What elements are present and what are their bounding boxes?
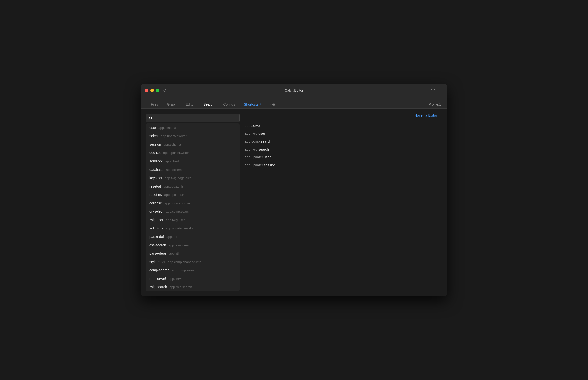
list-item[interactable]: select app.updater.writer: [146, 132, 240, 140]
namespace-results: app.server app.twig.user app.comp.search…: [245, 122, 437, 168]
list-item[interactable]: doc-set app.updater.writer: [146, 149, 240, 157]
suggestion-ns: app.util: [169, 252, 179, 255]
traffic-lights: [145, 89, 159, 92]
suggestion-fn: parse-deps: [149, 251, 167, 255]
list-item[interactable]: app.server: [245, 122, 437, 129]
shield-icon[interactable]: 🛡: [431, 88, 435, 93]
suggestion-ns: app.updater.session: [166, 227, 194, 230]
suggestion-fn: style-reset: [149, 260, 165, 264]
suggestion-ns: app.schema: [163, 143, 181, 146]
suggestion-fn: select: [149, 134, 158, 138]
tab-files[interactable]: Files: [147, 100, 162, 108]
reload-button[interactable]: ↺: [163, 88, 166, 93]
suggestion-ns: app.schema: [158, 126, 176, 130]
suggestion-ns: app.updater.ir: [164, 193, 184, 197]
tab-configs[interactable]: Configs: [219, 100, 239, 108]
right-header: Hovenia Editor: [245, 114, 437, 117]
list-item[interactable]: app.updater.user: [245, 154, 437, 160]
suggestion-ns: app.updater.writer: [164, 201, 190, 205]
suggestion-ns: app.comp.changed-info: [168, 260, 201, 264]
suggestion-fn: twig-user: [149, 218, 163, 222]
list-item[interactable]: collapse app.updater.writer: [146, 199, 240, 207]
close-button[interactable]: [145, 89, 148, 92]
suggestion-fn: css-search: [149, 243, 166, 247]
search-input[interactable]: [149, 116, 236, 120]
suggestion-fn: keys-set: [149, 176, 162, 180]
suggestion-fn: comp-search: [149, 268, 169, 272]
list-item[interactable]: select-ns app.updater.session: [146, 224, 240, 232]
suggestion-fn: select-ns: [149, 226, 163, 230]
menu-icon[interactable]: ⋮: [439, 88, 443, 93]
list-item[interactable]: twig-user app.twig.user: [146, 216, 240, 224]
suggestion-fn: send-op!: [149, 159, 163, 163]
hovenia-editor-link[interactable]: Hovenia Editor: [414, 114, 437, 117]
list-item[interactable]: on-select app.comp.search: [146, 207, 240, 216]
suggestion-ns: app.comp.search: [166, 210, 191, 213]
suggestion-fn: database: [149, 168, 164, 171]
list-item[interactable]: app.updater.session: [245, 162, 437, 168]
suggestion-fn: collapse: [149, 201, 162, 205]
maximize-button[interactable]: [156, 89, 159, 92]
suggestion-ns: app.updater.writer: [161, 134, 187, 138]
navbar: Files Graph Editor Search Configs Shortc…: [141, 97, 447, 109]
list-item[interactable]: session app.schema: [146, 140, 240, 149]
list-item[interactable]: user app.schema: [146, 123, 240, 132]
list-item[interactable]: twig-search app.twig.search: [146, 283, 240, 291]
suggestion-fn: reset-at: [149, 184, 161, 188]
suggestion-ns: app.twig.user: [166, 218, 185, 222]
content-area: user app.schema select app.updater.write…: [141, 109, 447, 296]
list-item[interactable]: reset-ns app.updater.ir: [146, 190, 240, 199]
list-item[interactable]: style-reset app.comp.changed-info: [146, 258, 240, 266]
list-item[interactable]: comp-search app.comp.search: [146, 266, 240, 274]
list-item[interactable]: parse-def app.util: [146, 232, 240, 241]
app-window: ↺ Calcit Editor 🛡 ⋮ Files Graph Editor S…: [141, 84, 447, 296]
suggestion-fn: doc-set: [149, 151, 161, 155]
suggestion-fn: reset-ns: [149, 193, 162, 197]
minimize-button[interactable]: [150, 89, 154, 92]
tab-graph[interactable]: Graph: [163, 100, 181, 108]
titlebar-actions: 🛡 ⋮: [431, 88, 443, 93]
suggestion-ns: app.twig.search: [170, 285, 192, 289]
list-item[interactable]: css-search app.comp.search: [146, 241, 240, 249]
suggestion-fn: parse-def: [149, 235, 164, 239]
search-input-wrapper[interactable]: [146, 114, 240, 122]
list-item[interactable]: send-op! app.client: [146, 157, 240, 165]
suggestion-ns: app.updater.ir: [163, 185, 183, 188]
suggestion-ns: app.twig.page-files: [165, 176, 191, 180]
list-item[interactable]: app.twig.user: [245, 130, 437, 137]
suggestion-ns: app.client: [165, 159, 179, 163]
tab-broadcast[interactable]: (•)): [266, 100, 279, 108]
list-item[interactable]: app.twig.search: [245, 146, 437, 152]
suggestion-fn: twig-search: [149, 285, 167, 289]
suggestion-ns: app.util: [166, 235, 177, 239]
right-panel: Hovenia Editor app.server app.twig.user …: [240, 114, 442, 291]
list-item[interactable]: run-server! app.server: [146, 274, 240, 283]
app-title: Calcit Editor: [285, 88, 303, 92]
suggestions-list: user app.schema select app.updater.write…: [146, 123, 240, 291]
suggestion-ns: app.comp.search: [172, 268, 196, 272]
list-item[interactable]: parse-deps app.util: [146, 249, 240, 258]
nav-right: Profile:1: [429, 102, 441, 108]
tab-search[interactable]: Search: [199, 100, 218, 108]
suggestion-fn: run-server!: [149, 277, 166, 281]
tab-shortcuts[interactable]: Shortcuts↗: [240, 100, 265, 108]
suggestion-fn: session: [149, 142, 161, 146]
left-panel: user app.schema select app.updater.write…: [146, 114, 240, 291]
list-item[interactable]: keys-set app.twig.page-files: [146, 174, 240, 182]
tab-editor[interactable]: Editor: [181, 100, 198, 108]
suggestion-ns: app.schema: [166, 168, 184, 171]
list-item[interactable]: database app.schema: [146, 165, 240, 174]
suggestion-ns: app.updater.writer: [163, 151, 189, 155]
suggestion-fn: on-select: [149, 209, 163, 213]
profile-label[interactable]: Profile:1: [429, 102, 441, 106]
suggestion-fn: user: [149, 126, 156, 130]
suggestion-ns: app.comp.search: [169, 243, 193, 247]
list-item[interactable]: reset-at app.updater.ir: [146, 182, 240, 190]
titlebar: ↺ Calcit Editor 🛡 ⋮: [141, 84, 447, 97]
list-item[interactable]: app.comp.search: [245, 138, 437, 145]
suggestion-ns: app.server: [169, 277, 184, 281]
